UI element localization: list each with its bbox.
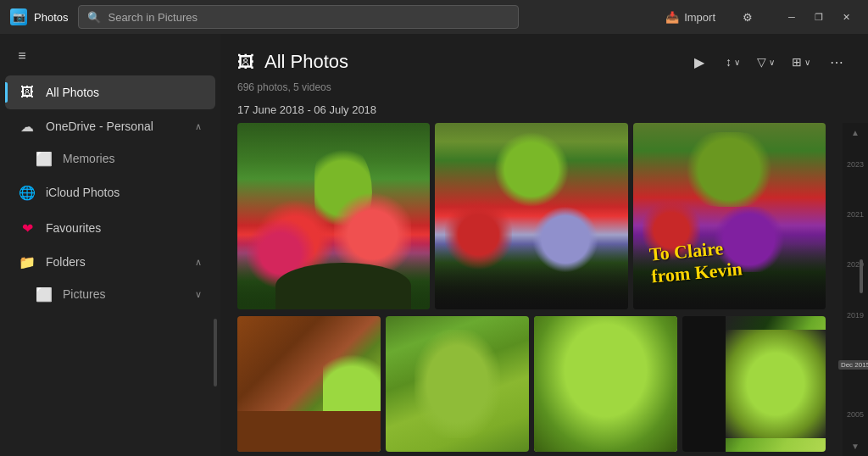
search-bar[interactable]: 🔍 Search in Pictures <box>78 5 519 29</box>
pictures-icon: ⬜ <box>36 286 53 303</box>
import-button[interactable]: 📥 Import <box>659 8 722 27</box>
settings-icon: ⚙ <box>743 11 753 24</box>
sidebar: ≡ 🖼 All Photos ☁ OneDrive - Personal ∧ ⬜… <box>0 34 220 456</box>
view-button[interactable]: ⊞ ∨ <box>787 52 815 72</box>
title-bar: 📷 Photos 🔍 Search in Pictures 📥 Import ⚙… <box>0 0 868 34</box>
hamburger-icon: ≡ <box>18 48 25 64</box>
folders-label: Folders <box>46 255 185 269</box>
photo-flower-2[interactable] <box>435 123 627 309</box>
timeline-scroll-down[interactable]: ▼ <box>849 440 861 453</box>
sort-arrow: ∨ <box>734 58 740 67</box>
photo-row-1: To Claire from Kevin <box>237 123 826 309</box>
view-icon: ⊞ <box>792 55 802 69</box>
memories-label: Memories <box>63 152 202 165</box>
photo-plant-4[interactable] <box>682 316 826 452</box>
import-label: Import <box>684 11 715 24</box>
favourites-icon: ❤ <box>19 220 36 236</box>
main-layout: ≡ 🖼 All Photos ☁ OneDrive - Personal ∧ ⬜… <box>0 34 868 456</box>
photo-annotation-3: To Claire from Kevin <box>648 236 743 287</box>
search-icon: 🔍 <box>87 11 101 24</box>
minimize-button[interactable]: ─ <box>780 5 804 29</box>
timeline-year-dec2015[interactable]: Dec 2015 <box>838 360 868 370</box>
filter-button[interactable]: ▽ ∨ <box>752 52 780 72</box>
app-logo: 📷 Photos <box>10 8 68 25</box>
content-subtitle: 696 photos, 5 videos <box>220 80 868 100</box>
view-arrow: ∨ <box>804 58 810 67</box>
close-button[interactable]: ✕ <box>834 5 858 29</box>
timeline-year-2019[interactable]: 2019 <box>845 310 865 320</box>
more-icon: ⋯ <box>830 54 843 70</box>
sidebar-item-memories[interactable]: ⬜ Memories <box>5 143 215 174</box>
slideshow-icon: ▶ <box>694 54 704 70</box>
onedrive-icon: ☁ <box>19 118 36 135</box>
photo-plant-3[interactable] <box>534 316 677 452</box>
app-title: Photos <box>34 11 68 24</box>
all-photos-label: All Photos <box>46 86 202 99</box>
timeline-year-2005[interactable]: 2005 <box>845 409 865 420</box>
sidebar-item-all-photos[interactable]: 🖼 All Photos <box>5 75 215 109</box>
filter-icon: ▽ <box>757 55 766 69</box>
folders-icon: 📁 <box>19 253 36 270</box>
title-bar-actions: 📥 Import ⚙ ─ ❐ ✕ <box>659 5 858 29</box>
photo-grid: To Claire from Kevin <box>220 123 843 456</box>
timeline-year-2021[interactable]: 2021 <box>845 209 865 220</box>
onedrive-chevron: ∧ <box>195 121 202 132</box>
import-icon: 📥 <box>665 11 679 24</box>
date-group-label: 17 June 2018 - 06 July 2018 <box>220 100 868 123</box>
content-title-icon: 🖼 <box>237 53 254 72</box>
sidebar-item-folders[interactable]: 📁 Folders ∧ <box>5 247 215 277</box>
folders-chevron: ∧ <box>195 257 202 268</box>
memories-icon: ⬜ <box>36 150 53 167</box>
pictures-chevron: ∨ <box>195 289 202 300</box>
photo-flower-1[interactable] <box>237 123 430 309</box>
timeline-thumb[interactable] <box>860 259 863 293</box>
sidebar-item-onedrive[interactable]: ☁ OneDrive - Personal ∧ <box>5 111 215 142</box>
sidebar-item-favourites[interactable]: ❤ Favourites <box>5 211 215 245</box>
icloud-icon: 🌐 <box>19 184 36 201</box>
content-toolbar: ▶ ↕ ∨ ▽ ∨ ⊞ ∨ ⋯ <box>685 47 851 76</box>
all-photos-icon: 🖼 <box>19 84 36 101</box>
photo-plant-2[interactable] <box>386 316 529 452</box>
timeline-year-2023[interactable]: 2023 <box>845 159 865 170</box>
restore-button[interactable]: ❐ <box>807 5 831 29</box>
search-placeholder: Search in Pictures <box>108 11 198 24</box>
more-button[interactable]: ⋯ <box>822 47 851 76</box>
hamburger-menu[interactable]: ≡ <box>7 41 37 71</box>
photo-plant-1[interactable] <box>237 316 381 452</box>
favourites-label: Favourites <box>46 221 202 235</box>
page-title: All Photos <box>264 51 348 73</box>
window-controls: ─ ❐ ✕ <box>780 5 858 29</box>
photo-row-2 <box>237 316 826 452</box>
content-area: 🖼 All Photos ▶ ↕ ∨ ▽ ∨ ⊞ ∨ <box>220 34 868 456</box>
timeline-scroll-up[interactable]: ▲ <box>849 126 861 139</box>
settings-button[interactable]: ⚙ <box>736 8 760 27</box>
sort-button[interactable]: ↕ ∨ <box>721 52 745 72</box>
icloud-label: iCloud Photos <box>46 186 202 199</box>
sidebar-item-icloud[interactable]: 🌐 iCloud Photos <box>5 175 215 209</box>
sidebar-item-pictures[interactable]: ⬜ Pictures ∨ <box>5 279 215 309</box>
content-header: 🖼 All Photos ▶ ↕ ∨ ▽ ∨ ⊞ ∨ <box>220 34 868 80</box>
timeline-years: 2023 2021 2020 2019 Dec 2015 2005 <box>843 139 868 440</box>
photo-flower-3[interactable]: To Claire from Kevin <box>633 123 826 309</box>
filter-arrow: ∨ <box>769 58 775 67</box>
pictures-label: Pictures <box>63 287 185 301</box>
slideshow-button[interactable]: ▶ <box>685 47 714 76</box>
app-icon: 📷 <box>10 8 27 25</box>
sort-icon: ↕ <box>726 55 732 69</box>
onedrive-label: OneDrive - Personal <box>46 120 185 133</box>
timeline-bar: ▲ 2023 2021 2020 2019 Dec 2015 2005 ▼ <box>843 123 868 456</box>
